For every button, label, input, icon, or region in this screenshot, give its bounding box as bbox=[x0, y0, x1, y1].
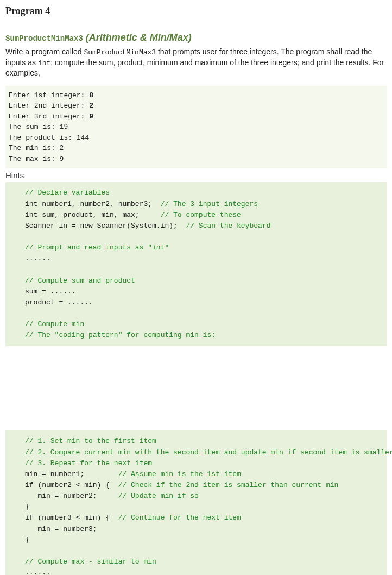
code-comment: // Compute min bbox=[25, 320, 84, 328]
code-comment: // Check if the 2nd item is smaller than… bbox=[118, 481, 339, 489]
code-line: min = number2; bbox=[25, 492, 118, 500]
code-comment: // The "coding pattern" for computing mi… bbox=[25, 331, 216, 339]
code-comment: // 1. Set min to the first item bbox=[25, 437, 156, 445]
out-line: The max is: 9 bbox=[9, 155, 64, 163]
section-heading: SumProductMinMax3 (Arithmetic & Min/Max) bbox=[5, 32, 387, 43]
code-comment: // 3. Repeat for the next item bbox=[25, 459, 152, 467]
intro-text: Write a program called bbox=[5, 47, 84, 56]
out-input: 8 bbox=[89, 91, 93, 99]
page-gap bbox=[5, 346, 387, 430]
code-comment: // Assume min is the 1st item bbox=[118, 470, 241, 478]
code-comment: // Declare variables bbox=[25, 189, 110, 197]
code-line: if (number3 < min) { bbox=[25, 514, 118, 522]
heading-code: SumProductMinMax3 bbox=[5, 34, 83, 43]
code-block-2: // 1. Set min to the first item // 2. Co… bbox=[5, 430, 387, 575]
code-comment: // Compute sum and product bbox=[25, 277, 135, 285]
code-block-1: // Declare variables int number1, number… bbox=[5, 182, 387, 346]
code-comment: // Scan the keyboard bbox=[186, 222, 270, 230]
out-line: The sum is: 19 bbox=[9, 123, 68, 131]
code-line: Scanner in = new Scanner(System.in); bbox=[25, 222, 186, 230]
code-comment: // Prompt and read inputs as "int" bbox=[25, 243, 169, 252]
sample-output: Enter 1st integer: 8 Enter 2nd integer: … bbox=[5, 86, 387, 169]
code-line: int sum, product, min, max; bbox=[25, 211, 161, 219]
out-line: Enter 2nd integer: bbox=[9, 102, 89, 110]
code-line: min = number3; bbox=[25, 525, 97, 533]
code-comment: // Update min if so bbox=[118, 492, 199, 500]
code-line: } bbox=[25, 503, 29, 511]
out-line: The product is: 144 bbox=[9, 134, 89, 142]
heading-rest: (Arithmetic & Min/Max) bbox=[83, 32, 192, 43]
intro-code1: SumProductMinMax3 bbox=[84, 48, 156, 57]
code-line: sum = ...... bbox=[25, 288, 76, 296]
code-comment: // Compute max - similar to min bbox=[25, 558, 156, 566]
intro-paragraph: Write a program called SumProductMinMax3… bbox=[5, 47, 387, 78]
code-comment: // To compute these bbox=[161, 211, 241, 219]
page-title: Program 4 bbox=[5, 5, 387, 17]
out-line: Enter 3rd integer: bbox=[9, 112, 89, 121]
code-comment: // Continue for the next item bbox=[118, 514, 241, 522]
code-line: min = number1; bbox=[25, 470, 118, 478]
code-line: int number1, number2, number3; bbox=[25, 200, 161, 208]
out-line: Enter 1st integer: bbox=[9, 91, 89, 99]
out-input: 2 bbox=[89, 102, 93, 110]
code-comment: // 2. Compare current min with the secon… bbox=[25, 448, 392, 457]
code-line: product = ...... bbox=[25, 298, 93, 307]
code-line: ...... bbox=[25, 254, 50, 262]
intro-text: ; compute the sum, product, minimum and … bbox=[5, 58, 384, 78]
out-input: 9 bbox=[89, 112, 93, 121]
hints-label: Hints bbox=[5, 171, 387, 180]
code-line: } bbox=[25, 536, 29, 544]
intro-code2: int bbox=[38, 59, 50, 67]
code-line: if (number2 < min) { bbox=[25, 481, 118, 489]
code-comment: // The 3 input integers bbox=[161, 200, 258, 208]
out-line: The min is: 2 bbox=[9, 144, 64, 152]
code-line: ...... bbox=[25, 568, 50, 575]
